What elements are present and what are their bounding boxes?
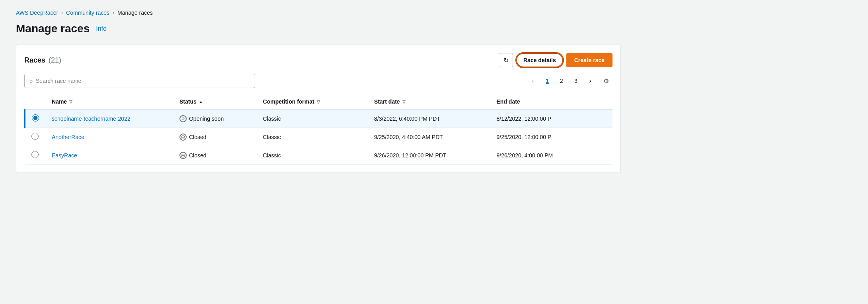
status-text: Opening soon bbox=[189, 116, 224, 122]
pagination-prev-button[interactable]: ‹ bbox=[527, 75, 539, 87]
col-header-select bbox=[25, 94, 46, 109]
col-name-label: Name bbox=[52, 98, 67, 105]
race-status-cell: ⊖Closed bbox=[173, 128, 257, 146]
status-badge: ⊖Closed bbox=[179, 152, 250, 159]
breadcrumb-aws-deepracer[interactable]: AWS DeepRacer bbox=[16, 10, 58, 16]
status-badge: ⊖Closed bbox=[179, 133, 250, 141]
pagination-page-3[interactable]: 3 bbox=[570, 75, 582, 87]
radio-cell bbox=[25, 146, 46, 165]
pagination-page-1[interactable]: 1 bbox=[541, 75, 554, 87]
competition-format-cell: Classic bbox=[257, 146, 368, 165]
status-text: Closed bbox=[189, 134, 207, 140]
col-header-competition[interactable]: Competition format ▽ bbox=[257, 94, 368, 109]
pagination-next-button[interactable]: › bbox=[584, 75, 597, 87]
status-icon: ⊙ bbox=[179, 115, 187, 122]
card-actions: ↻ Race details Create race bbox=[499, 53, 612, 67]
col-start-date-label: Start date bbox=[374, 98, 400, 105]
status-badge: ⊙Opening soon bbox=[179, 115, 250, 122]
races-label: Races bbox=[24, 56, 45, 65]
col-name-sort-icon: ▽ bbox=[69, 100, 72, 104]
race-radio-0[interactable] bbox=[32, 114, 39, 122]
race-name-cell: schoolname-teachername-2022 bbox=[45, 109, 173, 128]
col-header-end-date: End date bbox=[490, 94, 612, 109]
create-race-label: Create race bbox=[574, 57, 605, 63]
info-link[interactable]: Info bbox=[96, 25, 107, 32]
start-date-cell: 9/25/2020, 4:40:00 AM PDT bbox=[368, 128, 490, 146]
race-status-cell: ⊖Closed bbox=[173, 146, 257, 165]
col-competition-sort-icon: ▽ bbox=[317, 100, 320, 104]
end-date-cell: 8/12/2022, 12:00:00 P bbox=[490, 109, 612, 128]
search-pagination-row: ⌕ ‹ 1 2 3 › ⚙ bbox=[24, 74, 612, 88]
col-status-label: Status bbox=[179, 98, 197, 105]
breadcrumb-sep-2: › bbox=[113, 10, 114, 16]
table-row: AnotherRace⊖ClosedClassic9/25/2020, 4:40… bbox=[25, 128, 613, 146]
col-header-status[interactable]: Status ▲ bbox=[173, 94, 257, 109]
status-icon: ⊖ bbox=[179, 152, 187, 159]
race-details-label: Race details bbox=[523, 57, 556, 63]
races-count: (21) bbox=[49, 56, 61, 65]
race-details-button[interactable]: Race details bbox=[516, 53, 563, 67]
pagination-page-2[interactable]: 2 bbox=[555, 75, 568, 87]
table-body: schoolname-teachername-2022⊙Opening soon… bbox=[25, 109, 613, 165]
col-header-name[interactable]: Name ▽ bbox=[45, 94, 173, 109]
race-status-cell: ⊙Opening soon bbox=[173, 109, 257, 128]
status-text: Closed bbox=[189, 152, 207, 159]
pagination-settings-icon: ⚙ bbox=[603, 77, 609, 85]
breadcrumb-community-races[interactable]: Community races bbox=[66, 10, 109, 16]
breadcrumb: AWS DeepRacer › Community races › Manage… bbox=[16, 10, 621, 16]
pagination: ‹ 1 2 3 › ⚙ bbox=[527, 75, 612, 87]
race-name-link[interactable]: EasyRace bbox=[52, 152, 77, 159]
race-name-cell: AnotherRace bbox=[45, 128, 173, 146]
refresh-button[interactable]: ↻ bbox=[499, 53, 513, 67]
end-date-cell: 9/26/2020, 4:00:00 PM bbox=[490, 146, 612, 165]
col-status-sort-icon: ▲ bbox=[199, 100, 203, 104]
create-race-button[interactable]: Create race bbox=[566, 53, 612, 67]
search-input[interactable] bbox=[36, 78, 250, 84]
page-container: AWS DeepRacer › Community races › Manage… bbox=[0, 0, 637, 182]
races-table: Name ▽ Status ▲ Competition format bbox=[24, 94, 612, 165]
main-card: Races (21) ↻ Race details Create race ⌕ bbox=[16, 45, 621, 173]
refresh-icon: ↻ bbox=[503, 57, 509, 64]
table-row: EasyRace⊖ClosedClassic9/26/2020, 12:00:0… bbox=[25, 146, 613, 165]
race-radio-1[interactable] bbox=[31, 133, 39, 140]
search-icon: ⌕ bbox=[29, 78, 33, 84]
end-date-cell: 9/25/2020, 12:00:00 P bbox=[490, 128, 612, 146]
col-competition-label: Competition format bbox=[263, 98, 314, 105]
table-header-row: Name ▽ Status ▲ Competition format bbox=[25, 94, 613, 109]
race-radio-2[interactable] bbox=[31, 151, 39, 158]
radio-cell bbox=[25, 109, 46, 128]
table-row: schoolname-teachername-2022⊙Opening soon… bbox=[25, 109, 613, 128]
race-name-link[interactable]: schoolname-teachername-2022 bbox=[52, 116, 131, 122]
breadcrumb-sep-1: › bbox=[61, 10, 63, 16]
pagination-settings-button[interactable]: ⚙ bbox=[600, 75, 612, 87]
start-date-cell: 8/3/2022, 6:40:00 PM PDT bbox=[368, 109, 490, 128]
col-header-start-date[interactable]: Start date ▽ bbox=[368, 94, 490, 109]
page-title: Manage races bbox=[16, 22, 90, 35]
card-header: Races (21) ↻ Race details Create race bbox=[24, 53, 612, 67]
competition-format-cell: Classic bbox=[257, 109, 368, 128]
competition-format-cell: Classic bbox=[257, 128, 368, 146]
start-date-cell: 9/26/2020, 12:00:00 PM PDT bbox=[368, 146, 490, 165]
col-start-date-sort-icon: ▽ bbox=[402, 100, 406, 104]
pagination-next-icon: › bbox=[589, 77, 591, 84]
search-wrapper: ⌕ bbox=[24, 74, 255, 88]
status-icon: ⊖ bbox=[179, 133, 187, 141]
radio-cell bbox=[25, 128, 46, 146]
card-title: Races (21) bbox=[24, 56, 61, 65]
race-name-cell: EasyRace bbox=[45, 146, 173, 165]
breadcrumb-manage-races: Manage races bbox=[117, 10, 153, 16]
page-title-row: Manage races Info bbox=[16, 22, 621, 35]
col-end-date-label: End date bbox=[497, 98, 520, 105]
pagination-prev-icon: ‹ bbox=[532, 77, 534, 84]
race-name-link[interactable]: AnotherRace bbox=[52, 134, 84, 140]
